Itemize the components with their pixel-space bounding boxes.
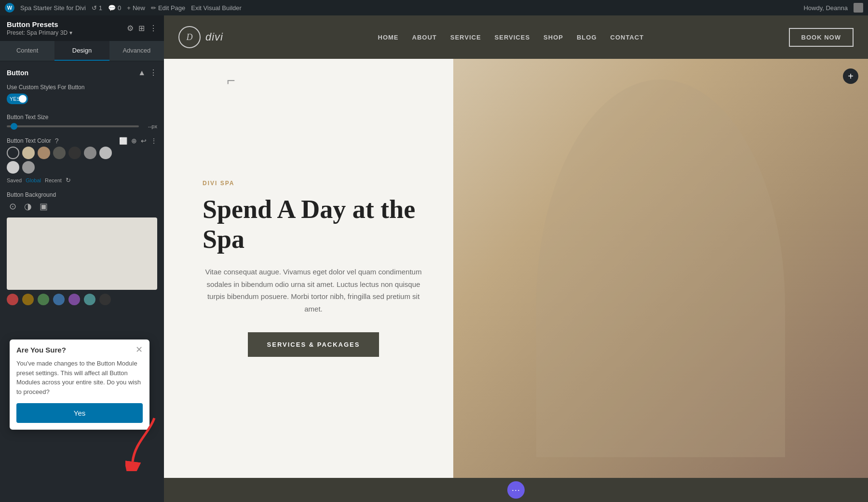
hero-subtitle: DIVI SPA bbox=[203, 180, 424, 187]
color-swatch-2[interactable] bbox=[38, 147, 50, 159]
bg-color-icon[interactable]: ⊙ bbox=[7, 201, 18, 212]
panel-tabs: Content Design Advanced bbox=[0, 41, 164, 61]
confirm-footer: Yes bbox=[10, 403, 149, 430]
columns-icon[interactable]: ⊞ bbox=[138, 24, 145, 33]
edit-page-link[interactable]: ✏ Edit Page bbox=[151, 4, 185, 12]
color-swatch-5[interactable] bbox=[84, 147, 96, 159]
color-swatch-4[interactable] bbox=[68, 147, 81, 159]
exit-visual-builder-link[interactable]: Exit Visual Builder bbox=[191, 4, 242, 12]
chevron-down-icon[interactable]: ▾ bbox=[69, 29, 72, 36]
nav-services[interactable]: SERVICES bbox=[495, 34, 530, 41]
pin-icon[interactable]: ⊕ bbox=[131, 137, 137, 145]
settings-icon[interactable]: ⚙ bbox=[127, 24, 134, 33]
section-more-icon[interactable]: ⋮ bbox=[149, 68, 157, 77]
text-size-field: Button Text Size --px bbox=[7, 114, 157, 129]
panel-title-group: Button Presets Preset: Spa Primary 3D ▾ bbox=[7, 20, 72, 36]
color-swatch-transparent[interactable] bbox=[7, 147, 19, 159]
bg-image-icon[interactable]: ▣ bbox=[38, 201, 49, 212]
color-swatch-row2-2[interactable] bbox=[22, 161, 35, 174]
custom-styles-field: Use Custom Styles For Button YES bbox=[7, 84, 157, 106]
more-colors-icon[interactable]: ⋮ bbox=[150, 137, 157, 145]
color-dot-dark[interactable] bbox=[99, 294, 111, 305]
text-color-field: Button Text Color ? ⬜ ⊕ ↩ ⋮ bbox=[7, 137, 157, 184]
panel-header: Button Presets Preset: Spa Primary 3D ▾ … bbox=[0, 15, 164, 41]
color-dot-red[interactable] bbox=[7, 294, 18, 305]
reset-icon[interactable]: ↩ bbox=[141, 137, 147, 145]
color-saved-tabs: Saved Global Recent ↻ bbox=[7, 176, 157, 184]
hero-title: Spend A Day at the Spa bbox=[203, 194, 424, 254]
nav-home[interactable]: HOME bbox=[378, 34, 399, 41]
color-swatch-row2-1[interactable] bbox=[7, 161, 19, 174]
panel-header-icons: ⚙ ⊞ ⋮ bbox=[127, 24, 157, 33]
help-icon[interactable]: ? bbox=[55, 137, 59, 145]
add-content-button[interactable]: + bbox=[843, 68, 858, 84]
saved-tab[interactable]: Saved bbox=[7, 177, 22, 183]
site-logo: D divi bbox=[178, 26, 223, 48]
left-panel: Button Presets Preset: Spa Primary 3D ▾ … bbox=[0, 15, 164, 502]
tab-design[interactable]: Design bbox=[54, 41, 109, 61]
color-dot-blue[interactable] bbox=[53, 294, 65, 305]
confirm-dialog: Are You Sure? ✕ You've made changes to t… bbox=[10, 339, 149, 430]
button-preview-box bbox=[7, 217, 157, 290]
text-size-label: Button Text Size bbox=[7, 114, 157, 121]
collapse-icon[interactable]: ▲ bbox=[138, 68, 146, 77]
color-dot-purple[interactable] bbox=[68, 294, 80, 305]
text-size-slider-track[interactable] bbox=[7, 125, 139, 127]
color-swatch-3[interactable] bbox=[53, 147, 66, 159]
nav-shop[interactable]: SHOP bbox=[543, 34, 563, 41]
text-size-slider-thumb[interactable] bbox=[11, 123, 17, 130]
nav-service[interactable]: SERVICE bbox=[450, 34, 481, 41]
confirm-yes-button[interactable]: Yes bbox=[16, 403, 143, 423]
confirm-title: Are You Sure? bbox=[16, 346, 66, 354]
wp-logo-icon[interactable]: W bbox=[5, 3, 14, 13]
bg-icons-row: ⊙ ◑ ▣ bbox=[7, 201, 157, 212]
color-swatch-6[interactable] bbox=[99, 147, 112, 159]
nav-about[interactable]: ABOUT bbox=[412, 34, 437, 41]
nav-blog[interactable]: BLOG bbox=[577, 34, 597, 41]
comments-link[interactable]: 💬 0 bbox=[108, 4, 121, 12]
bg-gradient-icon[interactable]: ◑ bbox=[22, 201, 34, 212]
button-section-header: Button ▲ ⋮ bbox=[7, 68, 157, 77]
global-tab[interactable]: Global bbox=[26, 177, 41, 183]
new-link[interactable]: + New bbox=[127, 4, 145, 12]
right-content: D divi HOME ABOUT SERVICE SERVICES SHOP … bbox=[164, 15, 868, 502]
refresh-icon[interactable]: ↻ bbox=[66, 176, 71, 184]
hero-section: ⌐ DIVI SPA Spend A Day at the Spa Vitae … bbox=[164, 59, 868, 478]
book-now-button[interactable]: BOOK NOW bbox=[789, 28, 854, 47]
nav-contact[interactable]: CONTACT bbox=[610, 34, 644, 41]
color-swatches-row2 bbox=[7, 161, 157, 174]
color-swatch-1[interactable] bbox=[22, 147, 35, 159]
bg-label: Button Background bbox=[7, 191, 157, 198]
text-size-slider-row: --px bbox=[7, 123, 157, 129]
hero-description: Vitae consequat augue. Vivamus eget dolo… bbox=[203, 266, 424, 315]
color-dot-gold[interactable] bbox=[22, 294, 34, 305]
panel-title: Button Presets bbox=[7, 20, 72, 28]
logo-circle: D bbox=[178, 26, 201, 48]
color-dot-green[interactable] bbox=[38, 294, 49, 305]
recent-tab[interactable]: Recent bbox=[45, 177, 62, 183]
color-swatches-row bbox=[7, 147, 157, 159]
howdy-text: Howdy, Deanna bbox=[803, 4, 848, 12]
tab-advanced[interactable]: Advanced bbox=[109, 41, 164, 61]
wordpress-admin-bar: W Spa Starter Site for Divi ↺ 1 💬 0 + Ne… bbox=[0, 0, 868, 15]
site-header: D divi HOME ABOUT SERVICE SERVICES SHOP … bbox=[164, 15, 868, 59]
toggle-yes-label: YES bbox=[7, 96, 20, 102]
text-size-value: --px bbox=[143, 123, 157, 129]
revision-link[interactable]: ↺ 1 bbox=[92, 4, 102, 12]
bg-field-group: Button Background ⊙ ◑ ▣ bbox=[7, 191, 157, 212]
custom-styles-toggle[interactable]: YES bbox=[7, 94, 28, 104]
hero-left: ⌐ DIVI SPA Spend A Day at the Spa Vitae … bbox=[164, 59, 453, 478]
border-icon[interactable]: ⬜ bbox=[119, 137, 127, 145]
divi-options-button[interactable]: ··· bbox=[507, 481, 525, 499]
color-dots-row bbox=[7, 294, 157, 305]
user-avatar[interactable] bbox=[854, 3, 863, 13]
text-color-label: Button Text Color bbox=[7, 137, 51, 144]
hero-cta-button[interactable]: SERVICES & PACKAGES bbox=[248, 332, 380, 357]
site-name-link[interactable]: Spa Starter Site for Divi bbox=[20, 4, 86, 12]
color-dot-teal[interactable] bbox=[84, 294, 95, 305]
tab-content[interactable]: Content bbox=[0, 41, 54, 61]
confirm-close-icon[interactable]: ✕ bbox=[136, 345, 143, 354]
hero-image bbox=[453, 59, 868, 478]
hero-bracket-decoration: ⌐ bbox=[227, 73, 235, 88]
more-options-icon[interactable]: ⋮ bbox=[149, 24, 157, 33]
